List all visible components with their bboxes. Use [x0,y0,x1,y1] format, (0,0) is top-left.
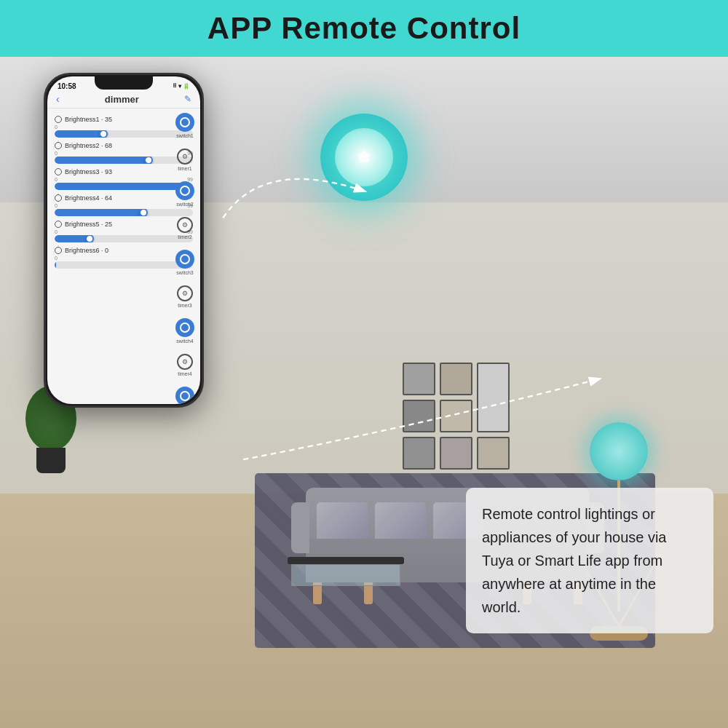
timer-item-2[interactable]: ⚙ timer2 [175,217,194,240]
slider-bar-3[interactable] [55,183,193,190]
frame-3 [403,400,435,432]
brightness-row-3: Brightness3 · 93 0 99 [55,168,193,190]
timer-circle-1[interactable]: ⚙ [177,149,193,165]
switch-label-2: switch2 [176,202,193,207]
switch-label-3: switch3 [176,270,193,275]
content-area: Brightness1 · 35 0 99 [47,108,200,277]
gear-icon-3 [55,168,62,175]
edit-icon[interactable]: ✎ [184,94,191,104]
timer-icon-2: ⚙ [182,221,188,229]
status-time: 10:58 [58,82,76,90]
slider-bar-6[interactable] [55,261,193,269]
brightness-label-2: Brightness2 · 68 [55,142,193,149]
slider-bar-4[interactable] [55,209,193,216]
table-glass [291,564,400,586]
phone-screen: 10:58 ⠿ ▾ 🔋 ‹ dimmer ✎ Brightness1 · 35 … [47,76,200,404]
wall-art [403,363,510,470]
brightness-name-5: Brightness5 · 25 [65,221,112,228]
timer-item-3[interactable]: ⚙ timer3 [175,285,194,308]
page-title: APP Remote Control [207,11,521,46]
slider-thumb-4 [139,209,148,216]
slider-range-3: 0 99 [55,177,193,182]
slider-fill-2 [55,157,149,164]
slider-range-6: 0 99 [55,256,193,261]
switch-circle-5[interactable] [175,387,194,404]
slider-bar-2[interactable] [55,157,193,164]
slider-thumb-2 [144,157,153,164]
timer-label-2: timer2 [178,234,191,240]
brightness-name-1: Brightness1 · 35 [65,116,112,123]
switch-item-4[interactable]: switch4 [175,318,194,344]
brightness-label-6: Brightness6 · 0 [55,247,193,254]
slider-range-4: 0 99 [55,203,193,208]
slider-bar-5[interactable] [55,235,193,242]
timer-label-1: timer1 [178,166,191,171]
gear-icon-4 [55,194,62,202]
brightness-row-4: Brightness4 · 64 0 99 [55,194,193,216]
timer-circle-4[interactable]: ⚙ [177,354,193,370]
gear-icon-6 [55,247,62,254]
brightness-label-1: Brightness1 · 35 [55,116,193,123]
slider-fill-1 [55,130,103,138]
switch-item-5[interactable]: switch5 [175,387,194,404]
phone-header: ‹ dimmer ✎ [47,90,200,108]
brightness-row-2: Brightness2 · 68 0 99 [55,142,193,164]
slider-bar-1[interactable] [55,130,193,138]
switch-item-1[interactable]: switch1 [175,113,194,138]
switch-label-1: switch1 [176,133,193,138]
switch-inner-1 [180,117,190,127]
frame-5 [403,437,435,470]
lamp-shade [590,422,648,480]
info-text: Remote control lightings or appliances o… [482,502,697,619]
switch-circle-1[interactable] [175,113,194,132]
ceiling-light-inner: ✿ [335,128,393,186]
plant-pot [36,448,66,473]
brightness-name-2: Brightness2 · 68 [65,142,112,149]
switch-panel: switch1 ⚙ timer1 switch2 [175,113,194,404]
slider-thumb-1 [99,130,108,138]
brightness-name-3: Brightness3 · 93 [65,168,112,175]
gear-icon-5 [55,221,62,228]
timer-label-3: timer3 [178,303,191,308]
timer-icon-3: ⚙ [182,290,188,297]
switch-inner-2 [180,186,190,196]
brightness-label-4: Brightness4 · 64 [55,194,193,202]
slider-fill-6 [55,261,56,269]
brightness-row-5: Brightness5 · 25 0 99 [55,221,193,242]
brightness-row-1: Brightness1 · 35 0 99 [55,116,193,138]
switch-circle-3[interactable] [175,250,194,269]
timer-item-1[interactable]: ⚙ timer1 [175,149,194,171]
timer-circle-3[interactable]: ⚙ [177,285,193,301]
frame-large [477,363,510,432]
timer-icon-4: ⚙ [182,358,188,365]
timer-item-4[interactable]: ⚙ timer4 [175,354,194,376]
frame-1 [403,363,435,395]
coffee-table [288,557,404,615]
switch-inner-3 [180,254,190,264]
light-icon: ✿ [357,148,371,167]
slider-fill-4 [55,209,143,216]
brightness-label-3: Brightness3 · 93 [55,168,193,175]
slider-range-2: 0 99 [55,151,193,156]
app-title: dimmer [60,94,184,105]
brightness-name-4: Brightness4 · 64 [65,194,112,202]
phone-notch [95,75,153,90]
slider-range-1: 0 99 [55,124,193,130]
switch-circle-2[interactable] [175,181,194,200]
frame-2 [440,363,472,395]
info-box: Remote control lightings or appliances o… [466,488,713,633]
slider-fill-3 [55,183,183,190]
switch-inner-5 [180,391,190,401]
ceiling-light: ✿ [320,114,408,201]
switch-inner-4 [180,323,190,333]
slider-fill-5 [55,235,90,242]
switch-item-3[interactable]: switch3 [175,250,194,275]
timer-circle-2[interactable]: ⚙ [177,217,193,233]
gear-icon-2 [55,142,62,149]
slider-range-5: 0 99 [55,229,193,234]
switch-item-2[interactable]: switch2 [175,181,194,207]
switch-circle-4[interactable] [175,318,194,337]
frame-6 [440,437,472,470]
status-icons: ⠿ ▾ 🔋 [173,83,190,90]
slider-thumb-5 [85,235,94,242]
